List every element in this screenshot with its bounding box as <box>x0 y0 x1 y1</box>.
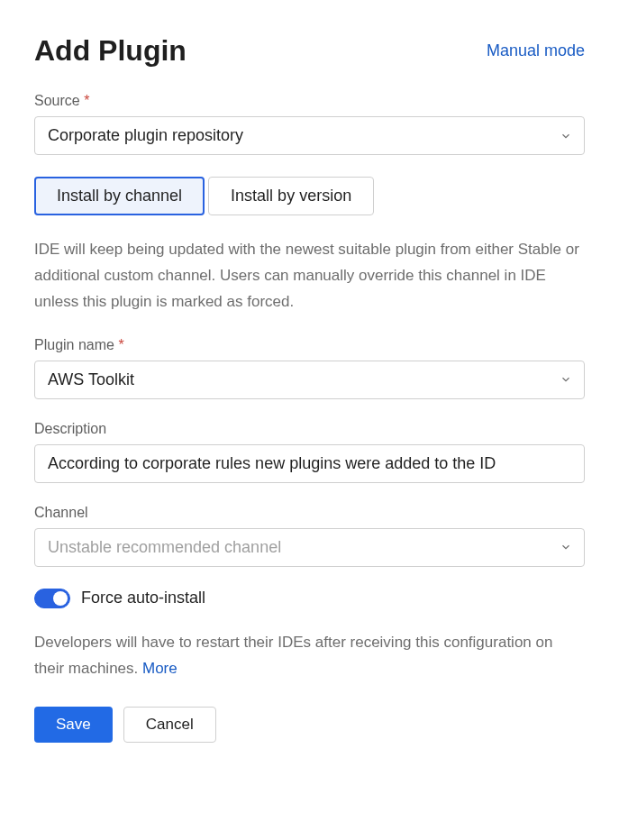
source-select[interactable]: Corporate plugin repository <box>34 116 585 155</box>
channel-help-text: IDE will keep being updated with the new… <box>34 237 585 315</box>
plugin-name-label: Plugin name * <box>34 337 585 353</box>
action-buttons: Save Cancel <box>34 707 585 743</box>
force-auto-install-label: Force auto-install <box>81 589 205 607</box>
tab-install-by-channel[interactable]: Install by channel <box>34 177 205 215</box>
channel-select[interactable]: Unstable recommended channel <box>34 528 585 567</box>
tab-install-by-version[interactable]: Install by version <box>208 177 374 215</box>
restart-text-content: Developers will have to restart their ID… <box>34 634 552 677</box>
source-select-wrapper: Corporate plugin repository <box>34 116 585 155</box>
description-input[interactable] <box>34 444 585 483</box>
plugin-name-field: Plugin name * AWS Toolkit <box>34 337 585 399</box>
required-indicator: * <box>118 337 123 352</box>
plugin-name-select-wrapper: AWS Toolkit <box>34 361 585 399</box>
source-label-text: Source <box>34 93 80 108</box>
more-link[interactable]: More <box>142 660 178 677</box>
restart-help-text: Developers will have to restart their ID… <box>34 630 585 682</box>
save-button[interactable]: Save <box>34 707 113 743</box>
toggle-knob <box>53 591 68 606</box>
channel-field: Channel Unstable recommended channel <box>34 505 585 567</box>
page-title: Add Plugin <box>34 34 187 68</box>
source-field: Source * Corporate plugin repository <box>34 93 585 155</box>
cancel-button[interactable]: Cancel <box>123 707 216 743</box>
channel-select-wrapper: Unstable recommended channel <box>34 528 585 567</box>
manual-mode-link[interactable]: Manual mode <box>487 41 585 60</box>
page-header: Add Plugin Manual mode <box>34 34 585 68</box>
channel-label: Channel <box>34 505 585 521</box>
force-auto-install-row: Force auto-install <box>34 589 585 608</box>
plugin-name-select[interactable]: AWS Toolkit <box>34 361 585 399</box>
force-auto-install-toggle[interactable] <box>34 589 70 608</box>
required-indicator: * <box>84 93 89 108</box>
plugin-name-label-text: Plugin name <box>34 337 114 352</box>
install-mode-tabs: Install by channel Install by version <box>34 177 585 215</box>
description-field: Description <box>34 421 585 505</box>
description-label: Description <box>34 421 585 437</box>
source-label: Source * <box>34 93 585 109</box>
